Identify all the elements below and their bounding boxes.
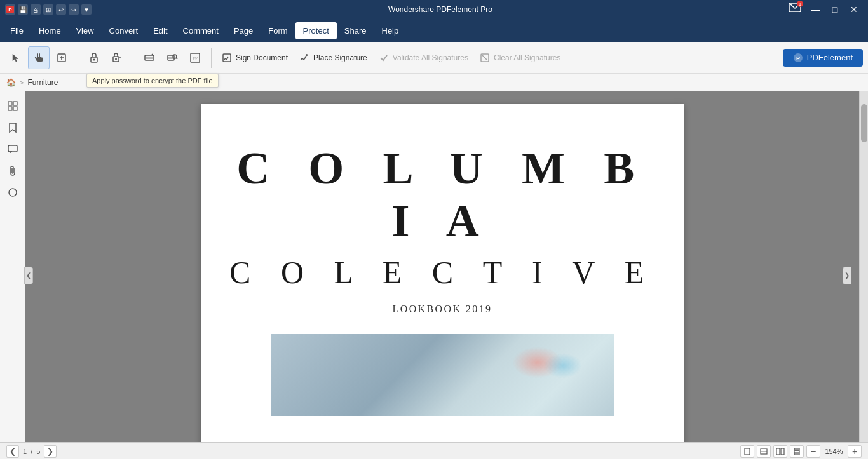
pdf-lookbook: LOOKBOOK 2019 <box>393 303 492 315</box>
pdelement-label: PDFelement <box>807 53 853 62</box>
menu-page[interactable]: Page <box>226 22 261 39</box>
menu-home[interactable]: Home <box>31 22 69 39</box>
menu-protect[interactable]: Protect <box>295 22 337 39</box>
svg-point-29 <box>9 189 17 196</box>
svg-text:P: P <box>8 7 12 13</box>
svg-point-7 <box>93 58 95 60</box>
svg-rect-12 <box>146 57 153 59</box>
image-splash-2 <box>544 353 582 378</box>
maximize-button[interactable]: □ <box>826 3 844 16</box>
tooltip: Apply password to encrypt the PDF file <box>86 74 219 88</box>
clear-signatures-button[interactable]: Clear All Signatures <box>475 46 566 69</box>
print-icon[interactable]: 🖨 <box>31 4 41 15</box>
redact-search-button[interactable] <box>161 46 183 69</box>
app-title: Wondershare PDFelement Pro <box>388 5 492 14</box>
zoom-level: 154% <box>823 448 845 455</box>
save-icon[interactable]: 💾 <box>18 4 28 15</box>
prev-page-button[interactable]: ❮ <box>6 445 19 458</box>
collapse-right-button[interactable]: ❯ <box>843 267 851 284</box>
next-page-button[interactable]: ❯ <box>44 445 57 458</box>
redact-mark-button[interactable] <box>139 46 160 69</box>
attachment-button[interactable] <box>3 161 22 180</box>
dropdown-icon[interactable]: ▼ <box>81 4 92 15</box>
breadcrumb-current: Furniture <box>27 78 58 87</box>
page-navigation: ❮ 1 / 5 ❯ <box>6 445 57 458</box>
two-page-button[interactable] <box>773 445 787 458</box>
cursor-tool-button[interactable] <box>5 46 27 69</box>
comment-panel-button[interactable] <box>3 140 22 159</box>
redo-icon[interactable]: ↪ <box>69 4 79 15</box>
zoom-out-button[interactable]: − <box>806 445 820 458</box>
mail-icon[interactable]: 1 <box>789 3 801 16</box>
encrypt-password-button[interactable] <box>83 46 105 69</box>
breadcrumb-home[interactable]: 🏠 <box>6 78 16 87</box>
app-icon: P <box>5 4 15 15</box>
pdf-title-main: C O L U M B I A <box>226 142 658 248</box>
title-bar: P 💾 🖨 ⊞ ↩ ↪ ▼ Wondershare PDFelement Pro… <box>0 0 868 19</box>
hand-tool-button[interactable] <box>28 46 50 69</box>
page-total: 5 <box>36 448 40 455</box>
sign-document-button[interactable]: Sign Document <box>217 46 293 69</box>
page-thumbnail-button[interactable] <box>3 96 22 116</box>
svg-rect-37 <box>794 453 799 455</box>
place-signature-button[interactable]: Place Signature <box>294 46 372 69</box>
scroll-thumb[interactable] <box>861 104 867 142</box>
main-area: ❮ C O L U M B I A C O L E C T I V E LOOK… <box>0 91 868 459</box>
page-current: 1 <box>23 448 27 455</box>
undo-icon[interactable]: ↩ <box>56 4 66 15</box>
mail-badge: 1 <box>797 1 803 7</box>
svg-rect-35 <box>794 448 799 450</box>
minimize-button[interactable]: — <box>807 3 825 16</box>
svg-rect-30 <box>745 448 750 455</box>
svg-point-9 <box>115 58 117 60</box>
separator-1 <box>78 48 78 68</box>
continuous-view-button[interactable] <box>790 445 804 458</box>
svg-line-21 <box>482 55 487 60</box>
menu-file[interactable]: File <box>3 22 31 39</box>
menu-edit[interactable]: Edit <box>146 22 175 39</box>
annotation-tool-button[interactable] <box>51 46 72 69</box>
svg-rect-26 <box>8 107 12 110</box>
watermark-button[interactable]: W <box>184 46 206 69</box>
clear-signatures-label: Clear All Signatures <box>494 53 560 62</box>
svg-rect-10 <box>119 57 121 58</box>
svg-rect-19 <box>223 54 231 62</box>
collapse-left-button[interactable]: ❮ <box>24 267 33 284</box>
pdf-title-sub: C O L E C T I V E <box>229 254 655 291</box>
svg-text:P: P <box>796 55 800 62</box>
validate-signatures-button[interactable]: Validate All Signatures <box>374 46 473 69</box>
menu-view[interactable]: View <box>69 22 102 39</box>
left-sidebar <box>0 91 25 459</box>
menu-help[interactable]: Help <box>374 22 407 39</box>
sign-document-label: Sign Document <box>236 53 288 62</box>
menu-share[interactable]: Share <box>337 22 374 39</box>
svg-rect-33 <box>776 448 780 455</box>
bottom-bar: ❮ 1 / 5 ❯ − 154% + <box>0 442 868 459</box>
permissions-button[interactable] <box>106 46 128 69</box>
svg-line-16 <box>176 58 177 59</box>
close-button[interactable]: ✕ <box>845 3 863 16</box>
circle-button[interactable] <box>3 183 22 202</box>
validate-signatures-label: Validate All Signatures <box>393 53 468 62</box>
pdf-content: C O L U M B I A C O L E C T I V E LOOKBO… <box>201 104 684 416</box>
menu-convert[interactable]: Convert <box>102 22 146 39</box>
page-separator: / <box>31 448 32 455</box>
separator-3 <box>211 48 212 68</box>
svg-rect-36 <box>794 451 799 453</box>
menu-bar: File Home View Convert Edit Comment Page… <box>0 19 868 42</box>
place-signature-label: Place Signature <box>313 53 367 62</box>
pdelement-button[interactable]: P PDFelement <box>783 49 863 67</box>
pdf-area[interactable]: C O L U M B I A C O L E C T I V E LOOKBO… <box>25 91 859 459</box>
svg-rect-25 <box>13 102 17 105</box>
right-scrollbar[interactable] <box>859 91 868 459</box>
zoom-in-button[interactable]: + <box>848 445 862 458</box>
breadcrumb-separator: > <box>20 79 24 86</box>
menu-form[interactable]: Form <box>261 22 295 39</box>
pdf-page: C O L U M B I A C O L E C T I V E LOOKBO… <box>201 104 684 459</box>
bookmark-button[interactable] <box>3 118 22 137</box>
properties-icon[interactable]: ⊞ <box>43 4 53 15</box>
zoom-controls: − 154% + <box>740 445 862 458</box>
fit-width-button[interactable] <box>757 445 771 458</box>
single-page-button[interactable] <box>740 445 754 458</box>
menu-comment[interactable]: Comment <box>175 22 226 39</box>
